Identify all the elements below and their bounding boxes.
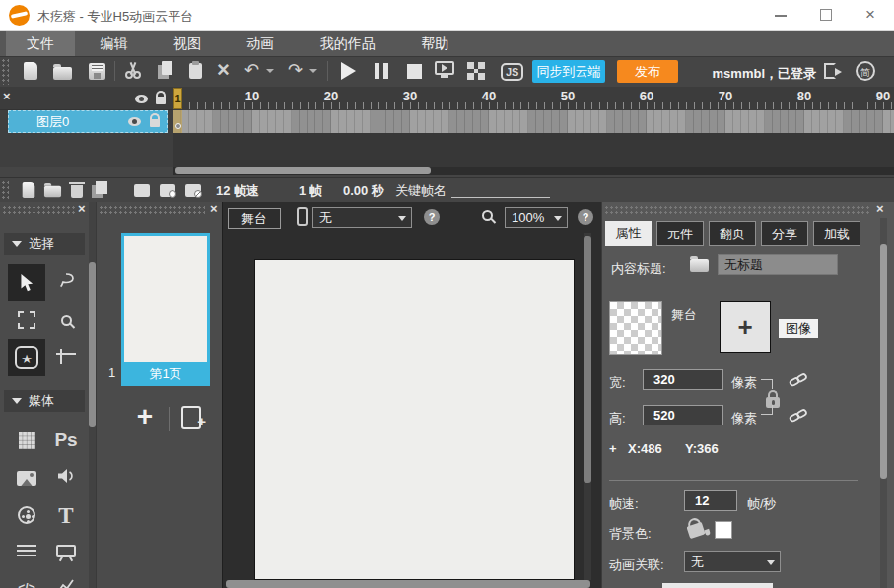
language-toggle-icon[interactable]: 简 bbox=[856, 61, 875, 81]
delete-layer-icon[interactable] bbox=[71, 185, 83, 198]
tool-photoshop[interactable]: Ps bbox=[47, 422, 85, 459]
zoom-level-dropdown[interactable]: 100% bbox=[505, 207, 568, 228]
lock-all-icon[interactable] bbox=[156, 97, 166, 104]
tab-page-flip[interactable]: 翻页 bbox=[709, 221, 756, 246]
tab-components[interactable]: 元件 bbox=[656, 221, 704, 246]
tab-properties[interactable]: 属性 bbox=[605, 221, 652, 246]
image-button[interactable]: 图像 bbox=[779, 319, 818, 338]
menu-my-works[interactable]: 我的作品 bbox=[300, 31, 396, 56]
publish-button[interactable]: 发布 bbox=[617, 60, 678, 83]
logout-icon[interactable] bbox=[824, 63, 836, 79]
tool-guides[interactable] bbox=[47, 339, 85, 376]
pages-panel-drag-handle[interactable] bbox=[99, 205, 205, 215]
js-code-button[interactable]: JS bbox=[501, 63, 523, 81]
new-file-icon[interactable] bbox=[24, 62, 37, 80]
clear-keyframe-icon[interactable] bbox=[185, 184, 201, 197]
media-section-header[interactable]: 媒体 bbox=[4, 390, 85, 412]
zoom-help-icon[interactable]: ? bbox=[578, 209, 593, 225]
paste-icon[interactable] bbox=[189, 63, 202, 79]
tools-panel-close-icon[interactable]: × bbox=[78, 203, 86, 215]
stage-transparency-thumbnail[interactable] bbox=[609, 301, 662, 355]
playhead[interactable]: 1 bbox=[173, 88, 182, 109]
layer-lock-icon[interactable] bbox=[150, 119, 160, 127]
stage-vscroll-thumb[interactable] bbox=[584, 236, 591, 483]
add-layer-folder-icon[interactable] bbox=[44, 186, 61, 198]
tool-paragraph[interactable] bbox=[8, 532, 45, 569]
layer-row[interactable]: 图层0 bbox=[8, 110, 168, 133]
device-preset-dropdown[interactable]: 无 bbox=[312, 207, 412, 228]
pause-icon[interactable] bbox=[375, 63, 388, 79]
page-thumbnail[interactable]: 第1页 bbox=[121, 233, 210, 386]
open-file-icon[interactable] bbox=[53, 67, 72, 80]
properties-scrollbar-thumb[interactable] bbox=[880, 244, 887, 479]
layer-visibility-icon[interactable] bbox=[128, 117, 141, 126]
timeline-close-icon[interactable]: × bbox=[3, 91, 11, 102]
stage-canvas[interactable] bbox=[254, 259, 575, 580]
tab-loading[interactable]: 加载 bbox=[813, 221, 860, 246]
tool-lasso[interactable] bbox=[47, 264, 85, 301]
menu-edit[interactable]: 编辑 bbox=[79, 31, 148, 56]
menu-view[interactable]: 视图 bbox=[153, 31, 222, 56]
insert-keyframe-icon[interactable] bbox=[160, 184, 175, 197]
properties-panel-drag-handle[interactable] bbox=[604, 205, 870, 215]
redo-dropdown-caret[interactable] bbox=[309, 69, 317, 73]
tool-select-arrow[interactable] bbox=[8, 264, 45, 301]
properties-panel-close-icon[interactable]: × bbox=[876, 203, 884, 215]
undo-icon[interactable]: ↶ bbox=[244, 61, 259, 79]
height-link-icon[interactable] bbox=[789, 407, 808, 428]
duplicate-page-button[interactable] bbox=[181, 406, 201, 429]
select-section-header[interactable]: 选择 bbox=[4, 233, 85, 255]
tool-library[interactable] bbox=[8, 422, 45, 459]
insert-frame-icon[interactable] bbox=[134, 184, 150, 197]
width-input[interactable] bbox=[643, 369, 723, 390]
window-close-button[interactable]: × bbox=[865, 5, 875, 25]
content-title-input[interactable] bbox=[718, 254, 838, 275]
tool-code[interactable]: </> bbox=[8, 569, 45, 588]
toolbar-drag-handle[interactable] bbox=[1, 58, 9, 85]
maximize-button[interactable] bbox=[820, 9, 832, 21]
duplicate-layer-icon[interactable] bbox=[92, 185, 103, 198]
menu-file[interactable]: 文件 bbox=[6, 31, 75, 56]
stop-icon[interactable] bbox=[407, 64, 422, 79]
tool-image[interactable] bbox=[8, 459, 45, 496]
save-icon[interactable] bbox=[89, 63, 105, 80]
timeline-hscroll-thumb[interactable] bbox=[175, 167, 431, 174]
menu-help[interactable]: 帮助 bbox=[400, 31, 469, 56]
keyframe-marker[interactable] bbox=[175, 123, 181, 129]
add-page-button[interactable]: + bbox=[130, 404, 160, 433]
menu-animation[interactable]: 动画 bbox=[226, 31, 295, 56]
animation-link-dropdown[interactable]: 无 bbox=[684, 551, 781, 572]
tab-share[interactable]: 分享 bbox=[761, 221, 808, 246]
tool-slideshow[interactable] bbox=[47, 532, 85, 569]
tool-audio[interactable] bbox=[47, 459, 85, 496]
tools-panel-drag-handle[interactable] bbox=[2, 205, 75, 215]
tools-scrollbar-thumb[interactable] bbox=[89, 262, 96, 427]
height-input[interactable] bbox=[643, 405, 723, 425]
tool-video[interactable] bbox=[8, 496, 45, 534]
tool-transform[interactable] bbox=[8, 301, 45, 339]
delete-icon[interactable]: × bbox=[217, 61, 230, 79]
visibility-all-icon[interactable] bbox=[135, 95, 148, 103]
frame-rate-input[interactable] bbox=[684, 490, 737, 511]
add-cover-image-button[interactable]: + bbox=[720, 301, 771, 353]
stage-hscroll-thumb[interactable] bbox=[226, 580, 590, 588]
play-icon[interactable] bbox=[341, 62, 356, 80]
copy-icon[interactable] bbox=[158, 65, 169, 79]
tool-chart[interactable] bbox=[47, 569, 85, 588]
width-link-icon[interactable] bbox=[789, 371, 808, 393]
folder-icon[interactable] bbox=[690, 259, 709, 272]
background-color-swatch[interactable] bbox=[715, 521, 732, 539]
layer-frames-strip[interactable] bbox=[173, 110, 894, 133]
qr-code-icon[interactable] bbox=[467, 62, 485, 80]
tool-text[interactable]: T bbox=[47, 496, 85, 534]
redo-icon[interactable]: ↷ bbox=[288, 61, 303, 79]
add-layer-icon[interactable] bbox=[23, 182, 35, 198]
stage-tab[interactable]: 舞台 bbox=[228, 208, 281, 229]
keyframe-name-input[interactable] bbox=[451, 182, 550, 198]
tool-widget[interactable]: ★ bbox=[8, 339, 45, 376]
pages-panel-close-icon[interactable]: × bbox=[210, 203, 218, 215]
minimize-button[interactable] bbox=[775, 15, 787, 17]
tool-zoom[interactable] bbox=[47, 301, 85, 339]
preview-icon[interactable] bbox=[435, 61, 454, 75]
device-help-icon[interactable]: ? bbox=[424, 209, 440, 225]
